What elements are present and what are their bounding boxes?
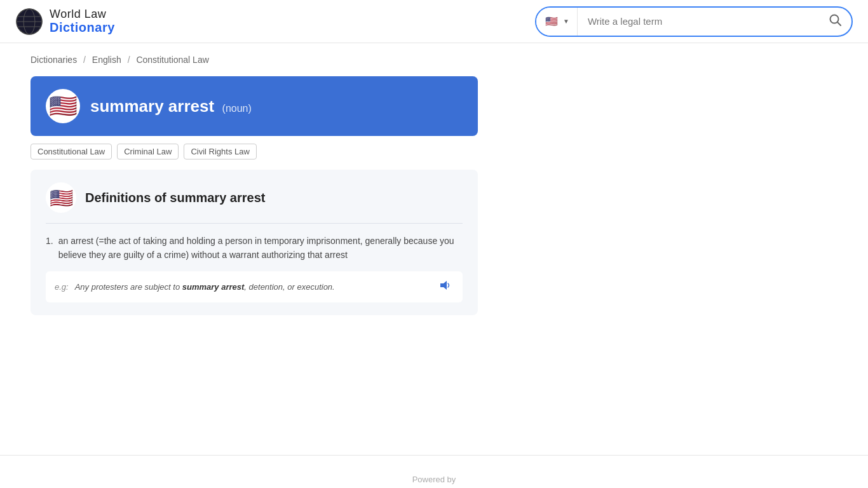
chevron-down-icon: ▼	[563, 18, 569, 25]
term-word: summary arrest	[90, 97, 214, 116]
definition-divider	[46, 223, 463, 224]
search-icon	[829, 13, 841, 26]
breadcrumb-constitutional-law[interactable]: Constitutional Law	[136, 55, 208, 65]
tag-constitutional-law[interactable]: Constitutional Law	[31, 144, 112, 159]
definition-card: 🇺🇸 Definitions of summary arrest 1. an a…	[31, 170, 478, 315]
svg-marker-8	[440, 281, 447, 290]
site-footer: Powered by TransLegal®	[0, 456, 868, 488]
search-input[interactable]	[578, 16, 818, 27]
flag-icon: 🇺🇸	[544, 14, 559, 29]
speaker-icon	[438, 279, 451, 292]
breadcrumb-sep-2: /	[128, 55, 130, 65]
term-header-card: 🇺🇸 summary arrest (noun)	[31, 76, 478, 136]
example-before: Any protesters are subject to	[75, 282, 182, 292]
term-flag: 🇺🇸	[46, 89, 80, 123]
breadcrumb: Dictionaries / English / Constitutional …	[0, 43, 868, 76]
example-block: e.g: Any protesters are subject to summa…	[46, 271, 463, 302]
powered-by-label: Powered by	[19, 475, 849, 484]
example-after: , detention, or execution.	[244, 282, 334, 292]
svg-line-7	[837, 22, 841, 25]
term-tags: Constitutional Law Criminal Law Civil Ri…	[31, 144, 478, 159]
logo-text: World Law Dictionary	[50, 8, 115, 35]
globe-icon	[15, 8, 43, 36]
definition-header: 🇺🇸 Definitions of summary arrest	[46, 182, 463, 213]
term-pos: (noun)	[222, 103, 252, 114]
logo-area: World Law Dictionary	[15, 8, 115, 36]
example-label: e.g:	[55, 282, 69, 292]
search-bar: 🇺🇸 ▼	[535, 6, 853, 37]
breadcrumb-dictionaries[interactable]: Dictionaries	[31, 55, 77, 65]
main-content: 🇺🇸 summary arrest (noun) Constitutional …	[0, 76, 508, 315]
def-flag: 🇺🇸	[46, 182, 76, 213]
tag-civil-rights-law[interactable]: Civil Rights Law	[184, 144, 256, 159]
logo-world-label: World Law	[50, 8, 115, 21]
definition-section-title: Definitions of summary arrest	[85, 191, 265, 205]
def-text-1: an arrest (=the act of taking and holdin…	[58, 234, 463, 262]
tag-criminal-law[interactable]: Criminal Law	[117, 144, 179, 159]
breadcrumb-english[interactable]: English	[92, 55, 121, 65]
logo-dictionary-label: Dictionary	[50, 20, 115, 34]
example-text: Any protesters are subject to summary ar…	[75, 282, 430, 292]
def-number-1: 1.	[46, 234, 53, 262]
site-header: World Law Dictionary 🇺🇸 ▼	[0, 0, 868, 43]
term-title-area: summary arrest (noun)	[90, 97, 252, 116]
breadcrumb-sep-1: /	[83, 55, 86, 65]
definition-item-1: 1. an arrest (=the act of taking and hol…	[46, 234, 463, 262]
example-term: summary arrest	[182, 282, 245, 292]
audio-button[interactable]	[436, 278, 454, 296]
search-button[interactable]	[818, 13, 851, 29]
language-selector[interactable]: 🇺🇸 ▼	[536, 8, 578, 36]
